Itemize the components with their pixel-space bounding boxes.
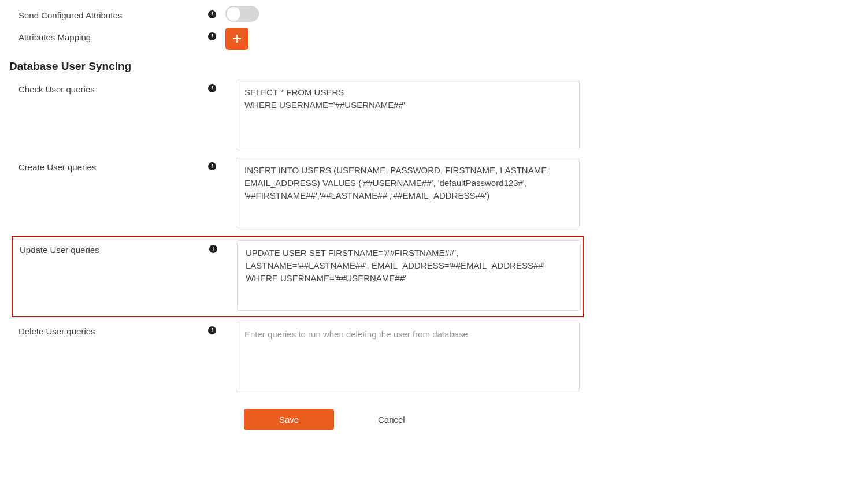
info-icon[interactable]: i <box>209 245 217 253</box>
row-create-queries: Create User queries i <box>0 158 868 230</box>
label-send-attributes: Send Configured Attributes <box>0 6 208 20</box>
info-icon[interactable]: i <box>208 162 216 170</box>
toggle-send-attributes[interactable] <box>225 6 259 22</box>
row-delete-queries: Delete User queries i <box>0 322 868 394</box>
highlight-update-queries: Update User queries i <box>12 236 584 317</box>
toggle-knob <box>227 7 240 21</box>
info-icon[interactable]: i <box>208 32 216 40</box>
label-check-queries: Check User queries <box>0 80 208 94</box>
label-create-queries: Create User queries <box>0 158 208 172</box>
row-attributes-mapping: Attributes Mapping i <box>0 28 868 50</box>
label-delete-queries: Delete User queries <box>0 322 208 336</box>
textarea-create-queries[interactable] <box>236 158 580 228</box>
info-icon[interactable]: i <box>208 326 216 334</box>
textarea-check-queries[interactable] <box>236 80 580 150</box>
row-update-queries: Update User queries i <box>13 240 583 312</box>
button-row: Save Cancel <box>244 409 868 430</box>
row-check-queries: Check User queries i <box>0 80 868 152</box>
settings-form: Send Configured Attributes i Attributes … <box>0 0 868 430</box>
info-icon[interactable]: i <box>208 10 216 18</box>
label-attributes-mapping: Attributes Mapping <box>0 28 208 42</box>
row-send-attributes: Send Configured Attributes i <box>0 6 868 22</box>
section-heading-db-sync: Database User Syncing <box>0 55 868 77</box>
cancel-button[interactable]: Cancel <box>374 414 409 425</box>
textarea-delete-queries[interactable] <box>236 322 580 392</box>
info-icon[interactable]: i <box>208 84 216 92</box>
save-button[interactable]: Save <box>244 409 334 430</box>
label-update-queries: Update User queries <box>13 240 209 255</box>
plus-icon <box>232 34 242 43</box>
textarea-update-queries[interactable] <box>237 240 581 311</box>
add-attribute-button[interactable] <box>225 28 248 50</box>
